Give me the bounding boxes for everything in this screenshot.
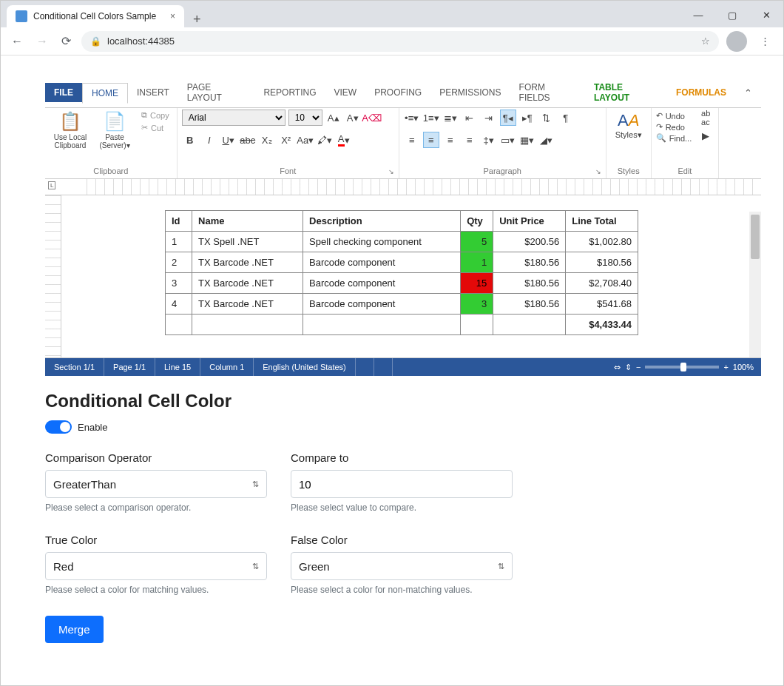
undo-label: Undo <box>666 112 685 121</box>
change-case-icon[interactable]: Aa▾ <box>297 132 314 148</box>
shrink-font-icon[interactable]: A▾ <box>345 110 361 126</box>
comparison-operator-select[interactable]: GreaterThan⇅ <box>45 470 267 498</box>
ltr-icon[interactable]: ¶◂ <box>500 110 516 126</box>
superscript-icon[interactable]: X² <box>278 132 294 148</box>
horizontal-ruler[interactable]: L <box>45 179 761 195</box>
merge-button[interactable]: Merge <box>45 616 104 643</box>
enable-toggle[interactable] <box>45 420 72 434</box>
bookmark-icon[interactable]: ☆ <box>701 36 710 47</box>
new-tab-button[interactable]: + <box>184 12 210 27</box>
show-marks-icon[interactable]: ¶ <box>558 110 574 126</box>
bullets-icon[interactable]: •≡▾ <box>404 110 420 126</box>
numbering-icon[interactable]: 1≡▾ <box>423 110 439 126</box>
styles-button[interactable]: AAStyles▾ <box>611 110 646 141</box>
fit-width-icon[interactable]: ⇔ <box>614 363 621 372</box>
font-name-select[interactable]: Arial <box>182 110 285 126</box>
grow-font-icon[interactable]: A▴ <box>325 110 342 126</box>
shading-icon[interactable]: ▭▾ <box>500 132 516 148</box>
omnibox[interactable]: 🔒 localhost:44385 ☆ <box>81 31 719 52</box>
redo-label: Redo <box>666 123 685 132</box>
forward-icon[interactable]: → <box>33 32 51 51</box>
zoom-in-icon[interactable]: + <box>723 363 728 371</box>
vertical-scrollbar[interactable] <box>749 212 761 357</box>
document-canvas[interactable]: Id Name Description Qty Unit Price Line … <box>61 195 761 357</box>
false-color-select[interactable]: Green⇅ <box>291 552 513 580</box>
compare-to-input[interactable] <box>291 470 513 498</box>
align-right-icon[interactable]: ≡ <box>442 132 459 148</box>
tab-view[interactable]: VIEW <box>325 83 366 102</box>
table-row[interactable]: 3TX Barcode .NETBarcode component15$180.… <box>166 273 638 294</box>
chevron-down-icon: ⇅ <box>252 480 259 489</box>
true-color-select[interactable]: Red⇅ <box>45 552 267 580</box>
line-spacing-icon[interactable]: ‡▾ <box>481 132 497 148</box>
tab-form-fields[interactable]: FORM FIELDS <box>510 78 585 107</box>
justify-icon[interactable]: ≡ <box>462 132 478 148</box>
tab-permissions[interactable]: PERMISSIONS <box>430 83 510 102</box>
bold-icon[interactable]: B <box>182 132 198 148</box>
tab-file[interactable]: FILE <box>45 83 82 102</box>
minimize-icon[interactable]: — <box>681 2 715 27</box>
font-size-select[interactable]: 10 <box>288 110 322 126</box>
paragraph-launcher-icon[interactable]: ↘ <box>595 168 601 175</box>
strikethrough-icon[interactable]: abc <box>240 132 256 148</box>
invoice-table[interactable]: Id Name Description Qty Unit Price Line … <box>165 210 638 335</box>
rtl-icon[interactable]: ▸¶ <box>519 110 535 126</box>
tab-proofing[interactable]: PROOFING <box>365 83 430 102</box>
decrease-indent-icon[interactable]: ⇤ <box>462 110 478 126</box>
increase-indent-icon[interactable]: ⇥ <box>481 110 497 126</box>
browser-menu-icon[interactable]: ⋮ <box>754 36 776 47</box>
browser-tab[interactable]: Conditional Cell Colors Sample × <box>7 5 184 27</box>
undo-button[interactable]: ↶Undo <box>656 111 692 121</box>
table-row[interactable]: 2TX Barcode .NETBarcode component1$180.5… <box>166 252 638 273</box>
multilevel-icon[interactable]: ≣▾ <box>442 110 459 126</box>
close-window-icon[interactable]: ✕ <box>749 2 783 27</box>
align-left-icon[interactable]: ≡ <box>404 132 420 148</box>
table-row[interactable]: 1TX Spell .NETSpell checking component5$… <box>166 232 638 252</box>
subscript-icon[interactable]: X₂ <box>259 132 275 148</box>
find-button[interactable]: 🔍Find... <box>656 133 692 143</box>
help-true-color: Please select a color for matching value… <box>45 585 267 595</box>
table-row[interactable]: 4TX Barcode .NETBarcode component3$180.5… <box>166 294 638 315</box>
tab-table-layout[interactable]: TABLE LAYOUT <box>585 78 667 107</box>
reload-icon[interactable]: ⟳ <box>58 31 74 51</box>
underline-icon[interactable]: U▾ <box>220 132 237 148</box>
borders-icon[interactable]: ▦▾ <box>519 132 535 148</box>
maximize-icon[interactable]: ▢ <box>715 2 749 27</box>
tab-stop-icon[interactable]: L <box>48 181 55 189</box>
close-tab-icon[interactable]: × <box>170 11 175 21</box>
tab-formulas[interactable]: FORMULAS <box>667 83 735 102</box>
italic-icon[interactable]: I <box>201 132 217 148</box>
cut-button[interactable]: ✂Cut <box>138 122 172 133</box>
zoom-handle[interactable] <box>680 363 686 371</box>
use-local-clipboard-button[interactable]: 📋Use Local Clipboard <box>50 110 91 151</box>
font-launcher-icon[interactable]: ↘ <box>388 168 394 175</box>
tab-insert[interactable]: INSERT <box>128 83 178 102</box>
th-total: Line Total <box>566 211 638 232</box>
styles-label: Styles▾ <box>615 130 642 140</box>
highlight-icon[interactable]: 🖍▾ <box>317 132 333 148</box>
profile-avatar-icon[interactable] <box>726 31 747 52</box>
scrollbar-thumb[interactable] <box>751 215 760 259</box>
tab-reporting[interactable]: REPORTING <box>254 83 325 102</box>
paste-server-button[interactable]: 📄Paste (Server)▾ <box>94 110 135 151</box>
zoom-out-icon[interactable]: − <box>636 363 641 371</box>
redo-button[interactable]: ↷Redo <box>656 122 692 132</box>
tab-page-layout[interactable]: PAGE LAYOUT <box>178 78 255 107</box>
clear-formatting-icon[interactable]: A⌫ <box>364 110 380 126</box>
vertical-ruler[interactable] <box>45 195 61 357</box>
frame-color-icon[interactable]: ◢▾ <box>538 132 555 148</box>
font-color-icon[interactable]: A▾ <box>336 132 352 148</box>
cell-qty: 5 <box>461 232 493 252</box>
cell-line-total: $180.56 <box>566 252 638 273</box>
fit-page-icon[interactable]: ⇕ <box>625 363 632 372</box>
sort-icon[interactable]: ⇅ <box>538 110 555 126</box>
replace-icon[interactable]: abac <box>697 110 714 126</box>
back-icon[interactable]: ← <box>8 32 26 51</box>
tab-home[interactable]: HOME <box>82 83 128 104</box>
next-icon[interactable]: ▶ <box>697 127 714 144</box>
align-center-icon[interactable]: ≡ <box>423 132 439 148</box>
ribbon-collapse-icon[interactable]: ⌃ <box>735 83 761 103</box>
copy-button[interactable]: ⧉Copy <box>138 110 172 121</box>
zoom-slider[interactable] <box>645 366 719 369</box>
group-label-editing: Edit <box>656 165 714 177</box>
